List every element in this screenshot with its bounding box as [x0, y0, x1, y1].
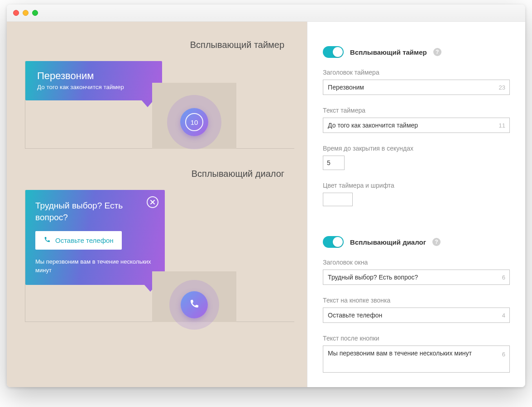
- char-count: 6: [502, 351, 505, 358]
- timer-ripple: 10: [167, 95, 221, 149]
- dialog-button-input[interactable]: [323, 308, 510, 323]
- app-window: Всплывающий таймер Перезвоним До того ка…: [7, 5, 525, 387]
- help-icon[interactable]: ?: [432, 238, 441, 246]
- timer-bubble-title: Перезвоним: [37, 70, 150, 82]
- content: Всплывающий таймер Перезвоним До того ка…: [7, 22, 525, 387]
- char-count: 6: [502, 274, 505, 281]
- leave-phone-button[interactable]: Оставьте телефон: [35, 231, 122, 250]
- timer-seconds-label: Время до закрытия в секундах: [323, 145, 510, 152]
- timer-title-input[interactable]: [323, 80, 510, 95]
- dialog-auto-label: Время до автоматического открытия диалог…: [323, 386, 510, 387]
- timer-text-input[interactable]: [323, 118, 510, 133]
- timer-countdown: 10: [185, 113, 203, 131]
- dialog-bubble: Трудный выбор? Есть вопрос? Оставьте тел…: [25, 190, 165, 285]
- dialog-title-input[interactable]: [323, 270, 510, 285]
- dialog-button-label: Текст на кнопке звонка: [323, 297, 510, 304]
- dialog-toggle-label: Всплывающий диалог: [350, 238, 426, 246]
- timer-circle[interactable]: 10: [180, 108, 208, 136]
- call-button[interactable]: [181, 291, 208, 318]
- maximize-window-button[interactable]: [32, 10, 38, 16]
- dialog-toggle-row: Всплывающий диалог ?: [323, 236, 510, 248]
- settings-pane: Всплывающий таймер ? Заголовок таймера 2…: [307, 22, 525, 387]
- timer-host: 10: [152, 83, 236, 149]
- char-count: 4: [502, 312, 505, 319]
- timer-section-title: Всплывающий таймер: [25, 40, 284, 50]
- dialog-after-text: Мы перезвоним вам в течение нескольких м…: [35, 258, 155, 275]
- dialog-preview: Трудный выбор? Есть вопрос? Оставьте тел…: [25, 190, 294, 322]
- phone-icon: [43, 236, 51, 245]
- timer-bubble-text: До того как закончится таймер: [37, 84, 150, 90]
- help-icon[interactable]: ?: [433, 48, 441, 56]
- timer-toggle-row: Всплывающий таймер ?: [323, 46, 510, 58]
- dialog-bubble-title: Трудный выбор? Есть вопрос?: [35, 200, 155, 223]
- close-icon[interactable]: [147, 196, 158, 208]
- char-count: 23: [499, 84, 505, 91]
- char-count: 11: [499, 122, 505, 129]
- timer-title-label: Заголовок таймера: [323, 69, 510, 76]
- timer-seconds-input[interactable]: [323, 156, 345, 170]
- titlebar: [7, 5, 525, 22]
- timer-color-input[interactable]: [323, 193, 353, 206]
- preview-pane: Всплывающий таймер Перезвоним До того ка…: [7, 22, 307, 387]
- dialog-after-label: Текст после кнопки: [323, 335, 510, 342]
- dialog-toggle[interactable]: [323, 236, 344, 248]
- timer-preview: Перезвоним До того как закончится таймер…: [25, 61, 294, 149]
- window-controls: [13, 10, 38, 16]
- timer-toggle[interactable]: [323, 46, 344, 58]
- timer-text-label: Текст таймера: [323, 107, 510, 114]
- phone-icon: [189, 298, 200, 311]
- dialog-host: [152, 271, 236, 322]
- timer-color-label: Цвет таймера и шрифта: [323, 182, 510, 189]
- close-window-button[interactable]: [13, 10, 19, 16]
- cta-label: Оставьте телефон: [55, 237, 114, 244]
- dialog-section-title: Всплывающий диалог: [25, 169, 284, 179]
- dialog-ripple: [169, 280, 219, 330]
- minimize-window-button[interactable]: [23, 10, 29, 16]
- timer-toggle-label: Всплывающий таймер: [350, 48, 427, 56]
- dialog-after-input[interactable]: [323, 345, 510, 373]
- dialog-title-label: Заголовок окна: [323, 259, 510, 266]
- timer-bubble: Перезвоним До того как закончится таймер: [25, 61, 162, 100]
